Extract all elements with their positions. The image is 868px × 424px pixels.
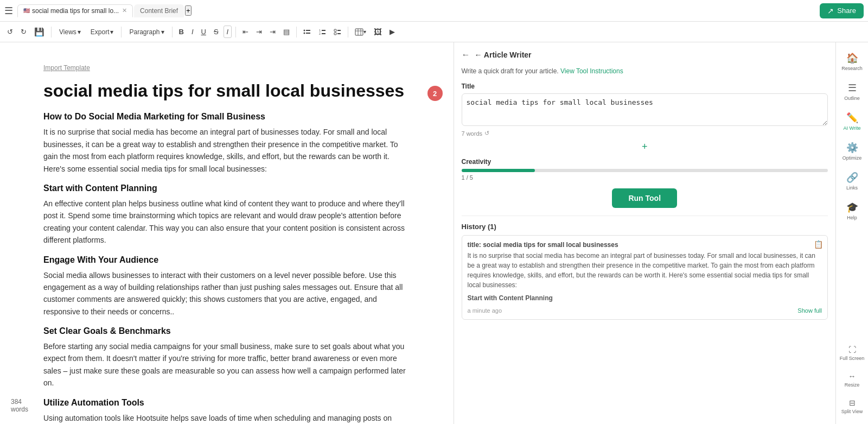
creativity-bar-bg[interactable] <box>462 169 828 172</box>
import-template-link[interactable]: Import Template <box>43 64 410 72</box>
paragraph-label: Paragraph <box>129 28 159 36</box>
section-3-heading[interactable]: Engage With Your Audience <box>43 255 410 265</box>
save-button[interactable]: 💾 <box>31 26 47 39</box>
sidebar-item-fullscreen[interactable]: ⛶ Full Screen <box>836 340 868 366</box>
history-copy-icon[interactable]: 📋 <box>814 240 823 249</box>
sidebar-item-links[interactable]: 🔗 Links <box>836 166 868 196</box>
image-button[interactable]: 🖼 <box>371 26 385 38</box>
section-4-heading[interactable]: Set Clear Goals & Benchmarks <box>43 326 410 336</box>
history-card-heading: Start with Content Planning <box>468 293 822 303</box>
section-1-heading[interactable]: How to Do Social Media Marketing for Sma… <box>43 112 410 122</box>
add-field-button[interactable]: + <box>462 141 828 153</box>
media-button[interactable]: ▶ <box>387 26 398 37</box>
title-field-label: Title <box>462 83 828 90</box>
creativity-label: Creativity <box>462 158 828 166</box>
history-section: History (1) 📋 title: social media tips f… <box>462 223 828 320</box>
tool-sidebar: 🏠 Research ☰ Outline ✏️ AI Write ⚙️ Opti… <box>835 42 868 424</box>
tab1-close[interactable]: ✕ <box>122 7 127 14</box>
history-meta: a minute ago Show full <box>468 307 822 314</box>
creativity-value: 1 / 5 <box>462 174 828 181</box>
sidebar-item-research[interactable]: 🏠 Research <box>836 47 868 77</box>
document-title[interactable]: social media tips for small local busine… <box>43 80 410 101</box>
notification-badge[interactable]: 2 <box>427 86 443 101</box>
help-icon: 🎓 <box>846 201 858 213</box>
tab-content-brief[interactable]: Content Brief <box>134 4 184 17</box>
view-instructions-link[interactable]: View Tool Instructions <box>560 67 623 75</box>
ordered-list-button[interactable]: 1.2. <box>316 27 329 37</box>
word-count-value: 7 words <box>462 130 483 137</box>
sidebar-label-outline: Outline <box>844 96 860 101</box>
toolbar-separator-4 <box>235 27 236 37</box>
toolbar-separator-5 <box>296 27 297 37</box>
views-dropdown[interactable]: Views ▾ <box>55 26 85 38</box>
section-2-heading[interactable]: Start with Content Planning <box>43 183 410 193</box>
svg-point-2 <box>304 32 305 34</box>
align-justify-button[interactable]: ▤ <box>280 26 292 37</box>
history-title: History (1) <box>462 223 828 231</box>
run-tool-button[interactable]: Run Tool <box>612 188 677 208</box>
add-tab-button[interactable]: + <box>185 5 192 16</box>
sidebar-label-resize: Resize <box>845 382 860 388</box>
bold-button[interactable]: B <box>176 26 187 37</box>
sidebar-item-ai-write[interactable]: ✏️ AI Write <box>836 106 868 136</box>
italic2-button[interactable]: I <box>224 26 232 38</box>
sidebar-item-outline[interactable]: ☰ Outline <box>836 77 868 106</box>
svg-rect-1 <box>306 30 310 31</box>
italic-button[interactable]: I <box>189 26 196 37</box>
word-count-refresh[interactable]: ↺ <box>484 130 489 137</box>
share-button[interactable]: ↗ Share <box>820 3 864 18</box>
paragraph-dropdown[interactable]: Paragraph ▾ <box>125 26 168 38</box>
toolbar: ↺ ↻ 💾 Views ▾ Export ▾ Paragraph ▾ B I U… <box>0 22 868 42</box>
research-icon: 🏠 <box>846 52 858 64</box>
tab-document[interactable]: 🇺🇸 social media tips for small lo... ✕ <box>17 4 133 17</box>
paragraph-2[interactable]: An effective content plan helps business… <box>43 198 410 246</box>
title-input[interactable]: social media tips for small local busine… <box>462 93 828 126</box>
word-count-label: words <box>11 406 28 413</box>
sidebar-label-fullscreen: Full Screen <box>840 356 865 361</box>
section-5-heading[interactable]: Utilize Automation Tools <box>43 398 410 408</box>
sidebar-item-split-view[interactable]: ⊟ Split View <box>836 393 868 420</box>
export-label: Export <box>91 28 110 36</box>
table-button[interactable]: ▾ <box>352 27 369 37</box>
creativity-slider-row <box>462 169 828 172</box>
align-center-button[interactable]: ⇥ <box>253 26 265 37</box>
align-right-button[interactable]: ⇤ <box>267 26 278 37</box>
strikethrough-button[interactable]: S <box>211 26 221 37</box>
paragraph-3[interactable]: Social media allows businesses to intera… <box>43 269 410 318</box>
fullscreen-icon: ⛶ <box>848 345 856 354</box>
outline-icon: ☰ <box>848 82 857 94</box>
svg-rect-10 <box>337 30 341 31</box>
toolbar-separator-2 <box>121 27 122 37</box>
paragraph-1[interactable]: It is no surprise that social media has … <box>43 126 410 175</box>
undo-button[interactable]: ↺ <box>4 26 16 37</box>
bullet-list-button[interactable] <box>301 27 314 37</box>
panel-title: ← Article Writer <box>475 50 532 59</box>
links-icon: 🔗 <box>846 172 858 183</box>
word-count-row: 7 words ↺ <box>462 130 828 137</box>
toolbar-separator-1 <box>51 27 52 37</box>
sidebar-item-optimize[interactable]: ⚙️ Optimize <box>836 136 868 166</box>
history-card-title: title: social media tips for small local… <box>468 241 822 249</box>
share-icon: ↗ <box>827 7 834 15</box>
tab-favicon: 🇺🇸 <box>23 8 30 14</box>
editor-area[interactable]: Import Template social media tips for sm… <box>0 42 454 424</box>
svg-rect-12 <box>355 29 363 35</box>
align-left-button[interactable]: ⇤ <box>240 26 251 37</box>
panel-divider <box>462 216 828 216</box>
svg-rect-9 <box>334 33 336 35</box>
toolbar-separator-6 <box>348 27 348 37</box>
sidebar-item-help[interactable]: 🎓 Help <box>836 196 868 226</box>
paragraph-4[interactable]: Before starting any social media campaig… <box>43 340 410 389</box>
back-button[interactable]: ← <box>462 50 470 60</box>
underline-button[interactable]: U <box>199 26 209 37</box>
creativity-bar-fill <box>462 169 535 172</box>
sidebar-item-resize[interactable]: ↔ Resize <box>836 366 868 393</box>
history-card-text: It is no surprise that social media has … <box>468 251 822 290</box>
export-dropdown[interactable]: Export ▾ <box>87 26 118 38</box>
menu-icon[interactable]: ☰ <box>4 5 13 17</box>
paragraph-5[interactable]: Using automation tools like Hootsuite he… <box>43 412 410 424</box>
redo-button[interactable]: ↻ <box>18 26 29 37</box>
checklist-button[interactable] <box>331 27 344 37</box>
show-full-link[interactable]: Show full <box>797 307 822 314</box>
share-label: Share <box>837 7 856 15</box>
